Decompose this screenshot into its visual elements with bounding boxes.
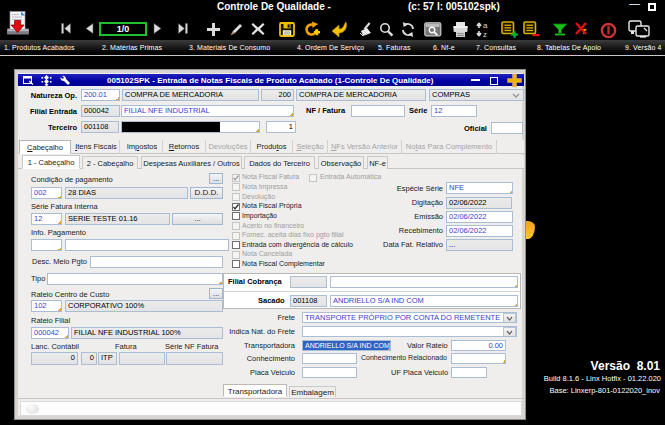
svg-text:a: a xyxy=(483,21,488,30)
svg-text:z: z xyxy=(483,30,487,38)
